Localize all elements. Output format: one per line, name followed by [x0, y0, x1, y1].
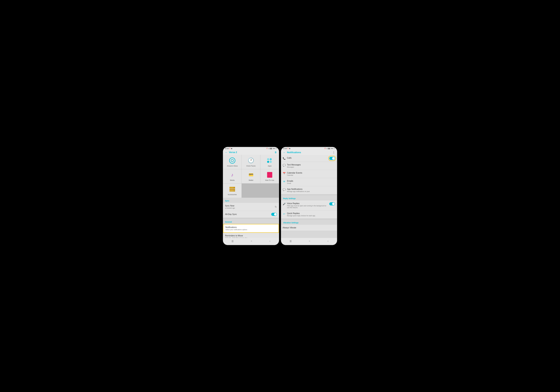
- grid-item-media[interactable]: ♪ Media: [223, 169, 241, 183]
- clock-shape: 🕐: [248, 157, 254, 164]
- right-wifi-icon: ▲: [326, 148, 328, 149]
- sync-now-subtitle: a moment ago: [225, 207, 275, 209]
- clock-faces-icon: 🕐: [248, 157, 254, 164]
- right-status-bar: 11:15 ⏰ ▣ ⏰ ▲ ▌▌▌ 55% ▭: [281, 147, 337, 150]
- music-note-icon: ♪: [231, 172, 233, 177]
- calls-toggle-wrapper: [329, 157, 335, 160]
- text-messages-icon: 💬: [283, 164, 286, 167]
- right-status-icon1: ⏰: [287, 148, 289, 149]
- notifications-item[interactable]: Notifications Select your notifications …: [223, 224, 279, 233]
- notifications-subtitle: Select your notifications options: [225, 229, 277, 231]
- quick-replies-text: Quick Replies Manage quick reply choices…: [287, 212, 335, 217]
- right-nav-bar: ||| ○ ‹: [281, 238, 337, 245]
- grid-item-clock-faces[interactable]: 🕐 Clock Faces: [242, 155, 260, 169]
- howto-shape: [267, 172, 272, 178]
- grid-item-apps[interactable]: Apps: [260, 155, 279, 169]
- app-notifications-title: App Notifications: [287, 188, 335, 190]
- sync-section-label: Sync: [223, 198, 279, 203]
- quick-replies-icon: ↩: [283, 213, 286, 215]
- how-to-use-label: How To Use: [265, 179, 274, 181]
- left-app-bar: ← Versa 2 🗑: [223, 150, 279, 155]
- voice-replies-title: Voice Replies: [287, 202, 328, 205]
- media-icon: ♪: [229, 172, 236, 178]
- left-wifi-icon: ▲: [268, 148, 270, 149]
- alexa-shape: [229, 157, 235, 164]
- apps-icon: [266, 157, 273, 164]
- right-status-icon2: ▣: [289, 148, 290, 149]
- general-section-label: General: [223, 219, 279, 224]
- wallet-shape: 💳: [249, 173, 253, 177]
- voice-replies-item[interactable]: 🎤 Voice Replies Fitbit app must be open …: [281, 201, 337, 210]
- left-scroll-content: Amazon Alexa 🕐 Clock Faces A: [223, 155, 279, 238]
- text-messages-subtitle: Messages: [287, 166, 335, 168]
- right-nav-home[interactable]: ○: [307, 239, 312, 243]
- right-alarm-icon: ⏰: [324, 148, 326, 149]
- app-notifications-subtitle: Manage app notifications on your: [287, 191, 335, 192]
- acc-bar-top: [230, 187, 235, 188]
- sync-now-item[interactable]: Sync Now a moment ago ↻: [223, 203, 279, 211]
- reminders-item[interactable]: Reminders to Move 8:00 AM - 8:00 PM on E…: [223, 233, 279, 238]
- right-time: 11:15: [283, 148, 287, 149]
- vibration-settings-section: Vibration Settings Always Vibrate: [281, 220, 337, 231]
- divider-1: [223, 218, 279, 219]
- reminders-title: Reminders to Move: [225, 235, 277, 237]
- right-back-button[interactable]: ←: [283, 151, 286, 154]
- voice-replies-icon: 🎤: [283, 203, 286, 206]
- grid-item-accessories[interactable]: Accessories: [223, 184, 241, 198]
- all-day-sync-title: All-Day Sync: [225, 213, 271, 216]
- quick-replies-subtitle: Manage quick reply choices for each app.: [287, 215, 335, 217]
- emails-title: Emails: [287, 180, 335, 182]
- calls-item[interactable]: 📞 Calls: [281, 155, 337, 162]
- apps-label: Apps: [268, 165, 272, 167]
- always-vibrate-text: Always Vibrate: [283, 226, 335, 229]
- right-battery: 55%: [331, 148, 333, 149]
- acc-bar-mid: [230, 188, 235, 190]
- quick-replies-item[interactable]: ↩ Quick Replies Manage quick reply choic…: [281, 210, 337, 219]
- app-notifications-item[interactable]: 💬 App Notifications Manage app notificat…: [281, 186, 337, 194]
- left-nav-home[interactable]: ○: [249, 239, 254, 243]
- apps-shape: [267, 158, 272, 163]
- left-alarm-icon: ⏰: [266, 148, 268, 149]
- right-battery-icon: ▭: [334, 148, 335, 149]
- grid-item-wallet[interactable]: 💳 Wallet: [242, 169, 260, 183]
- wallet-icon: 💳: [248, 172, 254, 178]
- divider-vibration: [281, 219, 337, 220]
- right-phone: 11:15 ⏰ ▣ ⏰ ▲ ▌▌▌ 55% ▭ ← Notifications …: [281, 147, 337, 245]
- reminders-text: Reminders to Move 8:00 AM - 8:00 PM on E…: [225, 235, 277, 238]
- right-page-title: Notifications: [287, 151, 331, 154]
- grid-item-amazon-alexa[interactable]: Amazon Alexa: [223, 155, 241, 169]
- vibration-settings-label: Vibration Settings: [281, 220, 337, 225]
- reply-settings-label: Reply Settings: [281, 195, 337, 201]
- calls-toggle[interactable]: [329, 157, 335, 160]
- notifications-text: Notifications Select your notifications …: [225, 226, 277, 231]
- text-messages-item[interactable]: 💬 Text Messages Messages: [281, 162, 337, 170]
- menu-grid: Amazon Alexa 🕐 Clock Faces A: [223, 155, 279, 198]
- left-status-icon1: ⏰: [229, 148, 230, 149]
- emails-item[interactable]: ✉ Emails Gmail: [281, 178, 337, 186]
- all-day-sync-toggle[interactable]: [271, 213, 277, 216]
- calendar-events-text: Calendar Events Calendar: [287, 172, 335, 176]
- acc-bar-bot: [230, 190, 235, 191]
- left-nav-recent[interactable]: |||: [230, 239, 235, 243]
- grid-item-how-to-use[interactable]: How To Use: [260, 169, 279, 183]
- emails-text: Emails Gmail: [287, 180, 335, 184]
- app-notifications-icon: 💬: [283, 188, 286, 191]
- amazon-alexa-label: Amazon Alexa: [227, 165, 238, 167]
- right-nav-back[interactable]: ‹: [326, 239, 330, 243]
- all-day-sync-item[interactable]: All-Day Sync: [223, 211, 279, 218]
- voice-replies-toggle[interactable]: [329, 202, 335, 206]
- left-back-button[interactable]: ←: [225, 151, 228, 154]
- accessories-icon: [229, 186, 236, 193]
- accessories-shape: [230, 187, 235, 191]
- clock-faces-label: Clock Faces: [246, 165, 256, 167]
- calendar-events-item[interactable]: 📅 Calendar Events Calendar: [281, 170, 337, 178]
- trash-icon[interactable]: 🗑: [275, 151, 277, 154]
- more-options-icon[interactable]: ⋮: [332, 151, 335, 154]
- sync-refresh-icon[interactable]: ↻: [275, 205, 277, 208]
- calendar-events-subtitle: Calendar: [287, 174, 335, 176]
- voice-replies-subtitle: Fitbit app must be open and running in t…: [287, 205, 328, 208]
- accessories-label: Accessories: [228, 194, 237, 196]
- right-nav-recent[interactable]: |||: [288, 239, 294, 243]
- always-vibrate-item[interactable]: Always Vibrate: [281, 225, 337, 231]
- left-nav-back[interactable]: ‹: [268, 239, 272, 243]
